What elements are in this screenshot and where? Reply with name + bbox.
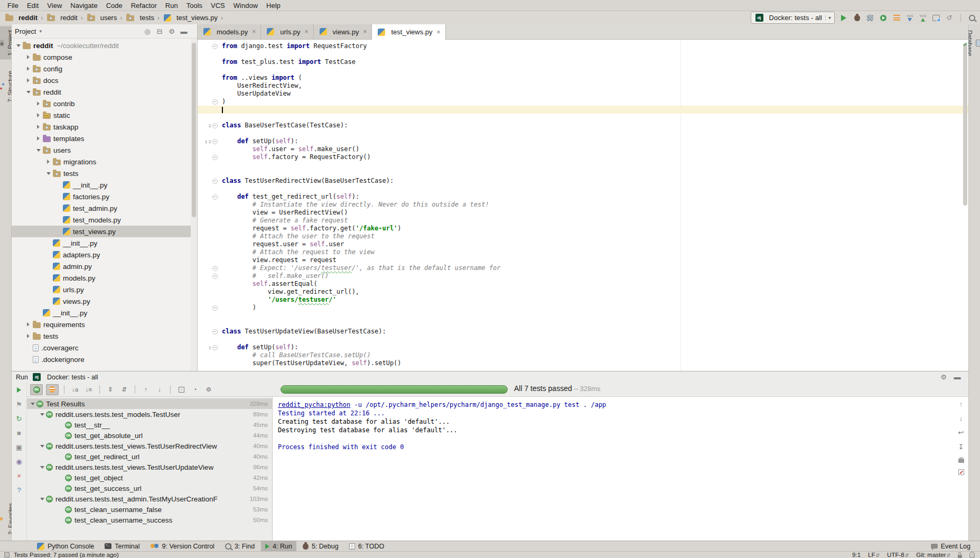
previous-failed-button[interactable]: ↑ <box>141 385 151 395</box>
settings-button[interactable]: ⚙ <box>203 385 214 395</box>
stop-button[interactable]: ■ <box>14 429 24 437</box>
menu-edit[interactable]: Edit <box>23 1 43 11</box>
breadcrumb-item[interactable]: reddit <box>46 14 78 22</box>
settings-button[interactable]: ⚙ <box>940 373 947 381</box>
scrollbar-thumb[interactable] <box>192 43 196 217</box>
local-history-button[interactable] <box>932 15 940 21</box>
menu-vcs[interactable]: VCS <box>207 1 229 11</box>
line-ending-widget[interactable]: LF⇵ <box>868 552 880 558</box>
rollback-button[interactable]: ↺ <box>946 14 953 22</box>
fold-marker-icon[interactable]: − <box>212 44 218 49</box>
project-tree-item[interactable]: templates <box>12 133 197 144</box>
pin-button[interactable]: ◉ <box>14 457 24 466</box>
close-tab-icon[interactable]: × <box>305 28 309 35</box>
collapse-all-button[interactable]: ⊟ <box>156 27 163 35</box>
project-tree-item[interactable]: users <box>12 144 197 156</box>
tool-window-button-python-console[interactable]: Python Console <box>33 541 98 552</box>
fold-marker-icon[interactable]: − <box>212 194 218 200</box>
expanded-arrow-icon[interactable] <box>15 44 22 47</box>
breadcrumb-item[interactable]: tests <box>125 14 154 22</box>
scroll-to-end-button[interactable]: ↧ <box>957 443 965 451</box>
override-marker-icon[interactable]: ↧ <box>208 122 212 129</box>
fold-marker-icon[interactable]: − <box>212 155 218 160</box>
history-button[interactable]: ◔ <box>190 385 200 395</box>
rerun-failed-button[interactable]: ⚑ <box>14 400 24 408</box>
test-result-row[interactable]: reddit.users.tests.test_models.TestUser8… <box>27 409 272 420</box>
code-editor[interactable]: −from django.test import RequestFactoryf… <box>198 40 968 371</box>
scrollbar-thumb[interactable] <box>963 43 967 206</box>
breadcrumb-item[interactable]: users <box>86 14 117 22</box>
test-result-row[interactable]: test_get_redirect_url40ms <box>27 451 272 462</box>
expanded-arrow-icon[interactable] <box>29 403 36 405</box>
tool-window-button-5-debug[interactable]: 5: Debug <box>298 541 343 552</box>
expanded-arrow-icon[interactable] <box>39 413 45 416</box>
project-tree-item[interactable]: reddit~/cookiecutter/reddit <box>12 40 197 51</box>
sort-alphabetically-button[interactable]: ↓a <box>70 385 80 395</box>
collapsed-arrow-icon[interactable] <box>35 101 42 106</box>
hide-button[interactable]: ▬ <box>954 373 961 381</box>
project-tree-item[interactable]: tests <box>12 330 197 342</box>
test-result-row[interactable]: reddit.users.tests.test_admin.TestMyUser… <box>27 494 272 504</box>
breadcrumb-item[interactable]: test_views.py <box>163 14 218 22</box>
help-button[interactable]: ? <box>14 486 24 494</box>
encoding-widget[interactable]: UTF-8⇵ <box>887 552 909 558</box>
menu-view[interactable]: View <box>43 1 66 11</box>
search-everywhere-icon[interactable] <box>969 15 975 21</box>
run-configuration-select[interactable]: Docker: tests - all ▾ <box>751 12 835 24</box>
coverage-button[interactable] <box>866 15 874 21</box>
test-result-row[interactable]: Test Results328ms <box>27 398 272 409</box>
sort-by-duration-button[interactable]: ↓≡ <box>83 385 94 395</box>
expanded-arrow-icon[interactable] <box>35 149 42 152</box>
readonly-lock-icon[interactable] <box>958 555 962 558</box>
collapse-all-button[interactable]: ⇵ <box>119 385 129 395</box>
fold-marker-icon[interactable]: − <box>212 274 218 279</box>
editor-tab-views-py[interactable]: views.py× <box>314 24 372 39</box>
close-tab-icon[interactable]: × <box>363 28 367 35</box>
fold-marker-icon[interactable]: − <box>212 179 218 184</box>
git-branch-widget[interactable]: Git: master⇵ <box>916 552 950 558</box>
project-tree-item[interactable]: compose <box>12 51 197 63</box>
project-tree-item[interactable]: contrib <box>12 98 197 109</box>
fold-marker-icon[interactable]: − <box>212 99 218 105</box>
fold-marker-icon[interactable]: − <box>212 345 218 350</box>
editor-scrollbar[interactable] <box>962 40 968 371</box>
close-button[interactable]: × <box>14 471 24 480</box>
tool-window-button-4-run[interactable]: 4: Run <box>261 541 296 552</box>
fold-marker-icon[interactable]: − <box>212 123 218 128</box>
collapsed-arrow-icon[interactable] <box>45 160 52 164</box>
filter-ignored-toggle[interactable] <box>46 384 59 395</box>
test-result-row[interactable]: test_get_absolute_url44ms <box>27 430 272 441</box>
console-link[interactable]: reddit_pycha:python <box>278 401 350 408</box>
export-button[interactable] <box>176 385 186 395</box>
collapsed-arrow-icon[interactable] <box>25 67 32 71</box>
close-tab-icon[interactable]: × <box>437 29 441 36</box>
expand-all-button[interactable]: ⇕ <box>105 385 116 395</box>
project-tree-item[interactable]: reddit <box>12 86 197 98</box>
menu-refactor[interactable]: Refactor <box>127 1 161 11</box>
project-tree-item[interactable]: __init__.py <box>12 237 197 249</box>
expanded-arrow-icon[interactable] <box>25 91 32 94</box>
rerun-button[interactable] <box>14 386 24 394</box>
override-marker-icon[interactable]: ↥↧ <box>204 137 212 145</box>
project-tree-item[interactable]: test_views.py <box>12 226 197 237</box>
tool-window-button-6-todo[interactable]: 6: TODO <box>345 541 389 552</box>
tool-window-button-9-version-control[interactable]: 9: Version Control <box>146 541 219 552</box>
test-result-row[interactable]: test_clean_username_success50ms <box>27 515 272 525</box>
vcs-update-button[interactable] <box>906 14 913 22</box>
collapsed-arrow-icon[interactable] <box>25 322 32 327</box>
test-result-row[interactable]: test__str__45ms <box>27 420 272 430</box>
test-result-row[interactable]: test_get_success_url54ms <box>27 483 272 494</box>
menu-tools[interactable]: Tools <box>182 1 207 11</box>
project-tree-item[interactable]: test_models.py <box>12 214 197 226</box>
test-result-row[interactable]: test_get_object42ms <box>27 472 272 483</box>
project-tree-item[interactable]: __init__.py <box>12 179 197 191</box>
project-view-select[interactable]: Project ▾ <box>15 27 42 35</box>
scroll-up-button[interactable]: ↑ <box>957 400 965 408</box>
expanded-arrow-icon[interactable] <box>39 498 45 500</box>
debug-button[interactable] <box>853 15 861 21</box>
collapsed-arrow-icon[interactable] <box>35 136 42 141</box>
project-tree-item[interactable]: tests <box>12 168 197 179</box>
editor-tab-models-py[interactable]: models.py× <box>198 24 261 39</box>
project-tree-item[interactable]: .dockerignore <box>12 354 197 365</box>
print-button[interactable] <box>957 457 965 463</box>
